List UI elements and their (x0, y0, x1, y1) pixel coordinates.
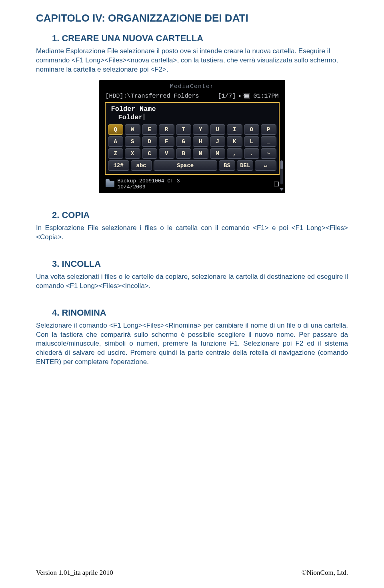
section-3-heading: 3. INCOLLA (52, 259, 348, 269)
section-2-body: In Esplorazione File selezionare i files… (36, 224, 348, 242)
path-text: [HDD]:\Transferred Folders (106, 93, 199, 100)
key-e[interactable]: E (142, 124, 158, 135)
key-l[interactable]: L (244, 136, 260, 147)
section-1-heading: 1. CREARE UNA NUOVA CARTELLA (52, 33, 348, 44)
clock-text: 01:17PM (253, 93, 278, 100)
footer-date: 10/4/2009 (118, 184, 146, 190)
key-i[interactable]: I (227, 124, 242, 135)
key-x[interactable]: X (125, 148, 140, 159)
key-c[interactable]: C (142, 148, 158, 159)
key-space[interactable]: Space (154, 160, 217, 171)
key-y[interactable]: Y (193, 124, 208, 135)
key-q[interactable]: Q (108, 124, 124, 135)
page-footer: Version 1.01_ita aprile 2010 ©NionCom, L… (36, 569, 348, 577)
key-b[interactable]: B (176, 148, 192, 159)
footer-filename: Backup_20091004_CF_3 (118, 178, 180, 184)
keyboard-dialog: Folder Name Folder Q W E R T Y U I O P A… (105, 102, 280, 175)
battery-icon (244, 94, 250, 98)
key-numsym[interactable]: 12# (108, 160, 129, 171)
chevron-down-icon[interactable] (280, 188, 284, 191)
folder-name-label: Folder Name (108, 105, 276, 113)
key-tilde[interactable]: ~ (261, 148, 276, 159)
folder-icon (106, 181, 114, 187)
section-3-body: Una volta selezionati i files o le carte… (36, 272, 348, 291)
folder-name-input[interactable]: Folder (108, 114, 276, 121)
key-comma[interactable]: , (227, 148, 242, 159)
key-g[interactable]: G (176, 136, 192, 147)
key-t[interactable]: T (176, 124, 192, 135)
key-underscore[interactable]: _ (261, 136, 276, 147)
key-backspace[interactable]: BS (219, 160, 235, 171)
keyboard-row-4: 12# abc Space BS DEL ↵ (108, 160, 276, 171)
footer-copyright: ©NionCom, Ltd. (302, 569, 348, 577)
stop-icon (274, 182, 279, 186)
text-cursor (144, 114, 144, 120)
key-v[interactable]: V (159, 148, 174, 159)
key-u[interactable]: U (210, 124, 226, 135)
scrollbar[interactable] (280, 160, 283, 184)
key-abc[interactable]: abc (131, 160, 152, 171)
section-2-heading: 2. COPIA (52, 210, 348, 220)
chapter-title: CAPITOLO IV: ORGANIZZAZIONE DEI DATI (36, 12, 348, 24)
key-enter[interactable]: ↵ (255, 160, 276, 171)
figure-footer: Backup_20091004_CF_3 10/4/2009 (103, 176, 281, 190)
section-4-body: Selezionare il comando <F1 Long><Files><… (36, 321, 348, 367)
key-z[interactable]: Z (108, 148, 124, 159)
keyboard-row-2: A S D F G H J K L _ (108, 136, 276, 147)
key-r[interactable]: R (159, 124, 174, 135)
key-f[interactable]: F (159, 136, 174, 147)
key-period[interactable]: . (244, 148, 260, 159)
section-4-heading: 4. RINOMINA (52, 308, 348, 318)
status-bar: [HDD]:\Transferred Folders [1/7] 01:17PM (103, 93, 281, 100)
key-k[interactable]: K (227, 136, 242, 147)
page-indicator: [1/7] (218, 93, 236, 100)
mute-icon (239, 94, 241, 98)
key-j[interactable]: J (210, 136, 226, 147)
keyboard-row-1: Q W E R T Y U I O P (108, 124, 276, 135)
key-n[interactable]: N (193, 148, 208, 159)
key-h[interactable]: H (193, 136, 208, 147)
keyboard-row-3: Z X C V B N M , . ~ (108, 148, 276, 159)
key-d[interactable]: D (142, 136, 158, 147)
section-1-body: Mediante Esplorazione File selezionare i… (36, 47, 348, 74)
key-m[interactable]: M (210, 148, 226, 159)
key-delete[interactable]: DEL (237, 160, 253, 171)
key-w[interactable]: W (125, 124, 140, 135)
key-s[interactable]: S (125, 136, 140, 147)
key-o[interactable]: O (244, 124, 260, 135)
folder-name-value: Folder (118, 114, 143, 121)
device-screenshot: MediaCenter [HDD]:\Transferred Folders [… (99, 80, 285, 193)
key-p[interactable]: P (261, 124, 276, 135)
app-title: MediaCenter (103, 83, 281, 91)
footer-version: Version 1.01_ita aprile 2010 (36, 569, 113, 577)
key-a[interactable]: A (108, 136, 124, 147)
